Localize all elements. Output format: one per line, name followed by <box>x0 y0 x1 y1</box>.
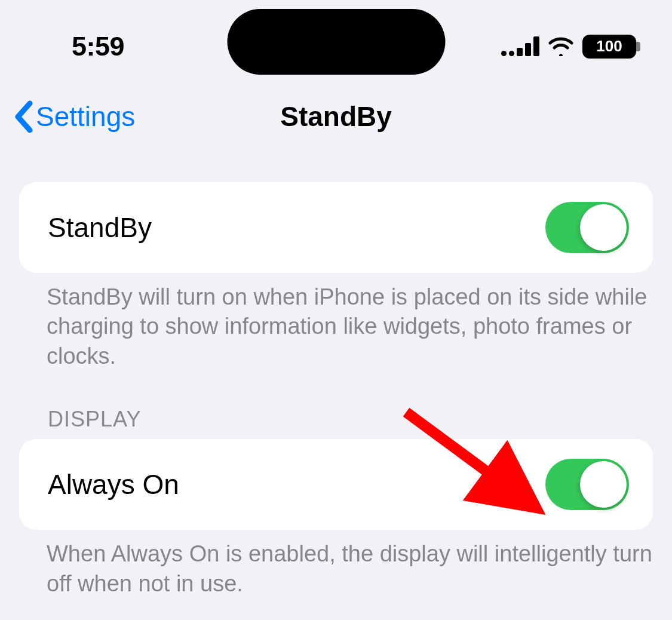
nav-header: Settings StandBy <box>0 72 672 149</box>
battery-icon: 100 <box>582 35 636 59</box>
cellular-icon <box>501 36 539 56</box>
display-section-header: DISPLAY <box>48 407 653 432</box>
back-label: Settings <box>36 100 135 133</box>
standby-toggle[interactable] <box>545 202 629 253</box>
page-title: StandBy <box>280 100 392 133</box>
dynamic-island <box>227 9 445 75</box>
always-on-toggle[interactable] <box>545 459 629 510</box>
toggle-knob <box>580 204 627 251</box>
status-bar: 5:59 100 <box>0 0 672 72</box>
always-on-cell: Always On <box>19 439 653 530</box>
toggle-knob <box>580 461 627 508</box>
battery-level: 100 <box>596 37 622 56</box>
standby-cell: StandBy <box>19 182 653 273</box>
status-time: 5:59 <box>72 31 124 62</box>
always-on-label: Always On <box>48 468 179 501</box>
standby-group: StandBy <box>19 182 653 273</box>
chevron-left-icon <box>12 100 36 133</box>
always-on-footer: When Always On is enabled, the display w… <box>47 539 653 598</box>
always-on-group: Always On <box>19 439 653 530</box>
back-button[interactable]: Settings <box>12 100 135 133</box>
standby-label: StandBy <box>48 211 152 244</box>
status-indicators: 100 <box>501 35 636 59</box>
standby-footer: StandBy will turn on when iPhone is plac… <box>47 283 653 371</box>
wifi-icon <box>548 37 573 56</box>
